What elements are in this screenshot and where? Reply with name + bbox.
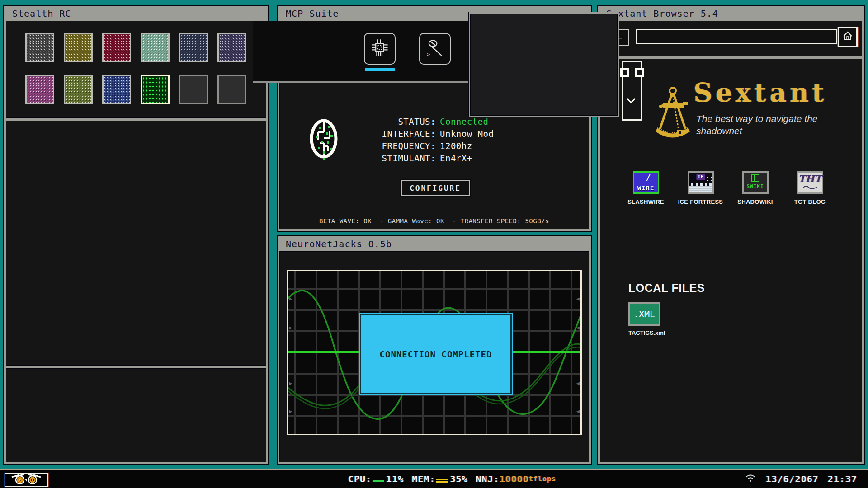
status-label: STATUS: xyxy=(323,117,436,127)
nnj-unit: tflops xyxy=(529,475,556,483)
tgt-blog-icon: THT xyxy=(797,171,823,194)
connection-completed-text: CONNECTION COMPLETED xyxy=(380,349,492,359)
sextant-tagline: The best way to navigate the shadownet xyxy=(696,113,818,137)
bookmark-shadowiki[interactable]: SWIKI SHADOWIKI xyxy=(728,171,783,205)
thumbnail-starfield-blue[interactable] xyxy=(102,75,131,104)
thumbnail-moss-dots[interactable] xyxy=(64,75,93,104)
owl-icon xyxy=(7,474,45,486)
scroll-widget[interactable] xyxy=(622,61,642,121)
cpu-gauge-icon xyxy=(373,480,384,482)
shadowiki-icon: SWIKI xyxy=(742,171,769,194)
frequency-value: 1200hz xyxy=(440,141,494,151)
thumbnail-matrix-code-selected[interactable] xyxy=(141,75,170,104)
connection-completed-overlay: CONNECTION COMPLETED xyxy=(360,314,512,394)
local-file-tactics-xml[interactable]: .XML TACTICS.xml xyxy=(628,302,665,336)
file-label: TACTICS.xml xyxy=(628,329,665,336)
bookmark-label: TGT BLOG xyxy=(794,198,826,205)
home-button[interactable] xyxy=(838,27,858,47)
clock-area: 13/6/2067 21:37 xyxy=(745,470,857,488)
connection-status-readout: STATUS: Connected INTERFACE: Unknow Mod … xyxy=(323,117,494,163)
squiggle-icon xyxy=(802,184,818,189)
bookmark-slashwire[interactable]: / WIRE SLASHWIRE xyxy=(618,171,673,205)
stealth-main-panel xyxy=(6,121,266,366)
hammer-icon: >_ xyxy=(425,38,445,60)
window-sextant-browser: Sextant Browser 5.4 – xyxy=(598,5,864,465)
thumbnail-olive-dots[interactable] xyxy=(64,33,93,62)
cpu-label: CPU: xyxy=(348,474,372,484)
configure-button[interactable]: CONFIGURE xyxy=(401,180,470,196)
thumbnail-static-gray[interactable] xyxy=(25,33,54,62)
bookmark-tgt-blog[interactable]: THT TGT BLOG xyxy=(783,171,837,205)
window-title-neuro: NeuroNetJacks 0.5b xyxy=(279,236,589,251)
window-title-browser: Sextant Browser 5.4 xyxy=(600,6,862,21)
taskbar-time: 21:37 xyxy=(828,474,857,484)
browser-content: Sextant The best way to navigate the sha… xyxy=(600,59,862,462)
tab-toolkit[interactable]: >_ xyxy=(419,33,451,81)
bookmark-label: SHADOWIKI xyxy=(737,198,773,205)
nnj-value: 10000 xyxy=(500,474,529,484)
taskbar-date: 13/6/2067 xyxy=(765,474,818,484)
status-value: Connected xyxy=(440,117,494,127)
thumbnail-grid xyxy=(6,21,266,118)
widget-square-icon xyxy=(620,68,629,77)
thumbnail-crimson-dots[interactable] xyxy=(102,33,131,62)
bookmarks-row: / WIRE SLASHWIRE IF ICE FORTRESS xyxy=(618,171,837,205)
sextant-logo-icon xyxy=(651,85,694,145)
scope-marker-icon: ◂ xyxy=(576,296,580,301)
scope-marker-icon: ◂ xyxy=(576,325,580,330)
desktop: Stealth RC MCP Suite xyxy=(0,0,868,488)
taskbar: CPU: 11% MEM: 35% NNJ: 10000 tflops xyxy=(0,469,868,488)
window-stealth-rc: Stealth RC xyxy=(4,5,269,465)
thumbnail-violet-speckle[interactable] xyxy=(217,33,246,62)
scope-marker-icon: ▸ xyxy=(289,325,292,330)
chip-icon xyxy=(370,38,390,60)
slashwire-icon: / WIRE xyxy=(633,171,659,194)
tab-selected-indicator xyxy=(365,68,395,71)
local-files-heading: LOCAL FILES xyxy=(628,282,705,295)
thumbnail-teal-dots[interactable] xyxy=(141,33,170,62)
svg-text:>_: >_ xyxy=(427,52,433,57)
scope-marker-icon: ◂ xyxy=(576,409,580,413)
scope-marker-icon: ◂ xyxy=(576,381,580,385)
browser-toolbar: – xyxy=(600,21,862,56)
frequency-label: FREQUENCY: xyxy=(323,141,436,151)
sextant-logo-title: Sextant xyxy=(693,77,827,108)
scope-marker-icon: ▸ xyxy=(289,296,292,301)
url-input[interactable] xyxy=(636,29,837,44)
interface-value: Unknow Mod xyxy=(440,129,494,139)
book-icon xyxy=(751,174,760,182)
wifi-icon xyxy=(745,474,756,485)
tab-neural-chip[interactable] xyxy=(364,33,396,81)
mem-label: MEM: xyxy=(412,474,435,484)
stimulant-value: En4rX+ xyxy=(440,153,494,163)
oscilloscope-display: ▸ ▸ ▸ ▸ ◂ ◂ ◂ ◂ CONNECTION COMPLETED xyxy=(287,270,582,435)
thumbnail-magenta-speckle[interactable] xyxy=(25,75,54,104)
wave-status-line: BETA WAVE: OK - GAMMA Wave: OK - TRANSFE… xyxy=(280,217,589,225)
stimulant-label: STIMULANT: xyxy=(323,153,436,163)
owl-logo-button[interactable] xyxy=(5,473,48,487)
nnj-label: NNJ: xyxy=(476,474,500,484)
mem-gauge-icon xyxy=(436,479,448,483)
thumbnail-empty-slot[interactable] xyxy=(179,75,208,104)
window-neuronetjacks: NeuroNetJacks 0.5b ▸ ▸ ▸ ▸ ◂ ◂ ◂ ◂ C xyxy=(277,236,591,465)
stealth-lower-panel xyxy=(6,368,266,462)
empty-popup-window xyxy=(469,12,619,117)
xml-file-icon: .XML xyxy=(628,302,660,326)
scope-marker-icon: ▸ xyxy=(289,409,292,413)
bookmark-label: ICE FORTRESS xyxy=(678,198,723,205)
widget-square-icon xyxy=(635,68,644,77)
bookmark-label: SLASHWIRE xyxy=(627,198,664,205)
system-stats: CPU: 11% MEM: 35% NNJ: 10000 tflops xyxy=(348,470,556,488)
mem-value: 35% xyxy=(450,474,467,484)
ice-fortress-icon: IF xyxy=(688,171,714,194)
window-title-stealth: Stealth RC xyxy=(6,6,266,21)
cpu-value: 11% xyxy=(386,474,404,484)
home-icon xyxy=(842,30,854,44)
thumbnail-navy-speckle[interactable] xyxy=(179,33,208,62)
chevron-down-icon[interactable] xyxy=(626,98,636,106)
interface-label: INTERFACE: xyxy=(323,129,436,139)
scope-marker-icon: ▸ xyxy=(289,381,292,385)
bookmark-ice-fortress[interactable]: IF ICE FORTRESS xyxy=(673,171,728,205)
thumbnail-empty-slot[interactable] xyxy=(217,75,246,104)
